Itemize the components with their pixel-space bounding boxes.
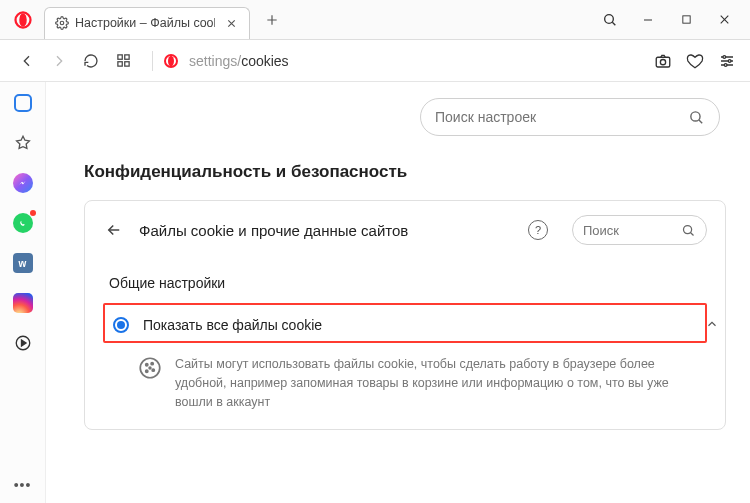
reload-button[interactable]: [78, 48, 104, 74]
close-icon: [718, 13, 731, 26]
speed-dial-button[interactable]: [110, 48, 136, 74]
svg-point-14: [728, 59, 731, 62]
messenger-icon: [13, 173, 33, 193]
option-allow-all-cookies[interactable]: Показать все файлы cookie: [105, 313, 705, 337]
chevron-up-icon: [705, 317, 719, 331]
subsection-title: Общие настройки: [109, 275, 707, 291]
nav-back-button[interactable]: [14, 48, 40, 74]
svg-point-1: [19, 13, 27, 27]
sidebar-whatsapp[interactable]: [12, 212, 34, 234]
sidebar-home[interactable]: [12, 92, 34, 114]
radio-selected-icon: [113, 317, 129, 333]
toolbar-divider: [152, 51, 153, 71]
arrow-left-icon: [105, 221, 123, 239]
window-close-button[interactable]: [716, 12, 732, 28]
svg-point-13: [723, 55, 726, 58]
sidebar-more-button[interactable]: •••: [14, 477, 32, 493]
titlebar: Настройки – Файлы cookie: [0, 0, 750, 40]
opera-logo-icon: [14, 11, 32, 29]
sliders-icon: [719, 53, 735, 69]
svg-point-12: [660, 59, 665, 64]
plus-icon: [265, 13, 279, 27]
vk-icon: w: [13, 253, 33, 273]
address-bar[interactable]: settings/cookies: [163, 53, 644, 69]
new-tab-button[interactable]: [258, 6, 286, 34]
svg-rect-11: [656, 57, 670, 67]
body: w ••• Конфиденциальность и безопасность …: [0, 82, 750, 503]
svg-rect-6: [124, 55, 128, 59]
svg-rect-4: [682, 16, 689, 23]
chevron-right-icon: [51, 53, 67, 69]
svg-point-24: [149, 367, 151, 369]
svg-point-2: [60, 21, 64, 25]
option-description-row: Сайты могут использовать файлы cookie, ч…: [137, 355, 707, 411]
address-text: settings/cookies: [189, 53, 289, 69]
svg-point-15: [724, 63, 727, 66]
svg-point-18: [684, 225, 692, 233]
snapshot-button[interactable]: [654, 52, 672, 70]
home-icon: [14, 94, 32, 112]
option-description: Сайты могут использовать файлы cookie, ч…: [175, 355, 697, 411]
card-back-button[interactable]: [103, 219, 125, 241]
window-maximize-button[interactable]: [678, 12, 694, 28]
sidebar-messenger[interactable]: [12, 172, 34, 194]
content-area: Конфиденциальность и безопасность Файлы …: [46, 82, 750, 503]
settings-search-row: [46, 82, 750, 136]
camera-icon: [654, 52, 672, 70]
svg-point-21: [151, 363, 153, 365]
option-collapse-button[interactable]: [699, 311, 725, 337]
svg-point-22: [152, 369, 154, 371]
toolbar: settings/cookies: [0, 40, 750, 82]
sidebar-vk[interactable]: w: [12, 252, 34, 274]
window-search-button[interactable]: [602, 12, 618, 28]
card-search[interactable]: [572, 215, 707, 245]
play-circle-icon: [14, 334, 32, 352]
cookie-icon: [137, 355, 163, 381]
settings-search[interactable]: [420, 98, 720, 136]
heart-icon: [686, 52, 704, 70]
maximize-icon: [681, 14, 692, 25]
browser-tab[interactable]: Настройки – Файлы cookie: [44, 7, 250, 39]
gear-icon: [55, 16, 69, 30]
card-title: Файлы cookie и прочие данные сайтов: [139, 222, 514, 239]
svg-point-20: [146, 364, 148, 366]
minimize-icon: [642, 14, 654, 26]
svg-point-10: [168, 55, 174, 66]
star-icon: [14, 134, 32, 152]
option-label: Показать все файлы cookie: [143, 317, 667, 333]
reload-icon: [83, 53, 99, 69]
option-highlight: Показать все файлы cookie: [103, 303, 707, 343]
sidebar-player[interactable]: [12, 332, 34, 354]
svg-point-17: [691, 111, 700, 120]
svg-point-23: [146, 370, 148, 372]
tab-close-button[interactable]: [221, 13, 241, 33]
window-minimize-button[interactable]: [640, 12, 656, 28]
whatsapp-icon: [13, 213, 33, 233]
grid-icon: [116, 53, 131, 68]
svg-rect-5: [117, 55, 121, 59]
card-header: Файлы cookie и прочие данные сайтов ?: [103, 215, 707, 245]
nav-forward-button[interactable]: [46, 48, 72, 74]
question-icon: ?: [535, 224, 541, 236]
instagram-icon: [13, 293, 33, 313]
svg-rect-7: [117, 62, 121, 66]
search-icon: [688, 109, 705, 126]
tab-title: Настройки – Файлы cookie: [75, 16, 215, 30]
svg-rect-8: [124, 62, 128, 66]
easy-setup-button[interactable]: [718, 52, 736, 70]
sidebar-bookmarks[interactable]: [12, 132, 34, 154]
search-icon: [602, 12, 618, 28]
sidebar-instagram[interactable]: [12, 292, 34, 314]
bookmark-button[interactable]: [686, 52, 704, 70]
settings-search-input[interactable]: [435, 109, 688, 125]
sidebar: w •••: [0, 82, 46, 503]
svg-point-3: [605, 14, 614, 23]
chevron-left-icon: [19, 53, 35, 69]
help-button[interactable]: ?: [528, 220, 548, 240]
cookies-card: Файлы cookie и прочие данные сайтов ? Об…: [84, 200, 726, 430]
section-title: Конфиденциальность и безопасность: [84, 162, 750, 182]
window-controls: [602, 12, 750, 28]
search-icon: [681, 223, 696, 238]
close-icon: [226, 18, 237, 29]
card-search-input[interactable]: [583, 223, 681, 238]
